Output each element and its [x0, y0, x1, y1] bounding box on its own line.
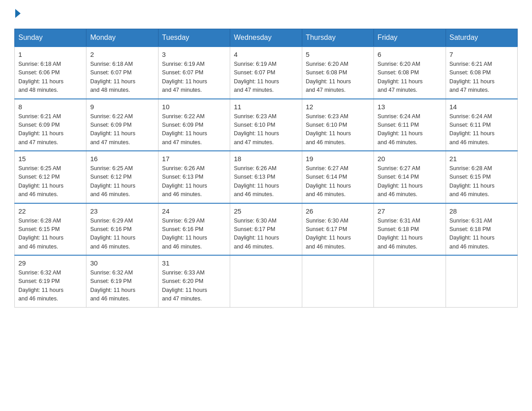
- day-info: Sunrise: 6:31 AM Sunset: 6:18 PM Dayligh…: [378, 217, 442, 252]
- calendar-day-cell: 3 Sunrise: 6:19 AM Sunset: 6:07 PM Dayli…: [158, 47, 230, 99]
- day-info: Sunrise: 6:28 AM Sunset: 6:15 PM Dayligh…: [18, 217, 82, 252]
- calendar-week-row: 15 Sunrise: 6:25 AM Sunset: 6:12 PM Dayl…: [15, 151, 518, 203]
- calendar-header: SundayMondayTuesdayWednesdayThursdayFrid…: [15, 29, 518, 47]
- weekday-header-friday: Friday: [374, 29, 446, 47]
- day-info: Sunrise: 6:21 AM Sunset: 6:08 PM Dayligh…: [450, 60, 514, 95]
- day-info: Sunrise: 6:22 AM Sunset: 6:09 PM Dayligh…: [90, 112, 154, 147]
- day-info: Sunrise: 6:29 AM Sunset: 6:16 PM Dayligh…: [162, 217, 226, 252]
- calendar-week-row: 29 Sunrise: 6:32 AM Sunset: 6:19 PM Dayl…: [15, 255, 518, 307]
- day-number: 23: [90, 207, 154, 215]
- day-info: Sunrise: 6:23 AM Sunset: 6:10 PM Dayligh…: [234, 112, 298, 147]
- day-number: 8: [18, 103, 82, 111]
- calendar-day-cell: 22 Sunrise: 6:28 AM Sunset: 6:15 PM Dayl…: [15, 203, 86, 256]
- day-info: Sunrise: 6:19 AM Sunset: 6:07 PM Dayligh…: [162, 60, 226, 95]
- calendar-day-cell: 16 Sunrise: 6:25 AM Sunset: 6:12 PM Dayl…: [86, 151, 158, 203]
- day-number: 14: [450, 103, 514, 111]
- calendar-day-cell: 21 Sunrise: 6:28 AM Sunset: 6:15 PM Dayl…: [446, 151, 517, 203]
- calendar-day-cell: 7 Sunrise: 6:21 AM Sunset: 6:08 PM Dayli…: [446, 47, 517, 99]
- calendar-day-cell: [446, 255, 517, 307]
- day-number: 13: [378, 103, 442, 111]
- day-number: 6: [378, 51, 442, 58]
- calendar-week-row: 1 Sunrise: 6:18 AM Sunset: 6:06 PM Dayli…: [15, 47, 518, 99]
- day-info: Sunrise: 6:20 AM Sunset: 6:08 PM Dayligh…: [378, 60, 442, 95]
- day-info: Sunrise: 6:21 AM Sunset: 6:09 PM Dayligh…: [18, 112, 82, 147]
- day-info: Sunrise: 6:20 AM Sunset: 6:08 PM Dayligh…: [306, 60, 370, 95]
- day-info: Sunrise: 6:18 AM Sunset: 6:07 PM Dayligh…: [90, 60, 154, 95]
- calendar-day-cell: 30 Sunrise: 6:32 AM Sunset: 6:19 PM Dayl…: [86, 255, 158, 307]
- day-info: Sunrise: 6:32 AM Sunset: 6:19 PM Dayligh…: [90, 269, 154, 304]
- day-number: 21: [450, 155, 514, 163]
- day-number: 25: [234, 207, 298, 215]
- calendar-day-cell: 18 Sunrise: 6:26 AM Sunset: 6:13 PM Dayl…: [230, 151, 302, 203]
- calendar-day-cell: 8 Sunrise: 6:21 AM Sunset: 6:09 PM Dayli…: [15, 99, 86, 151]
- calendar-day-cell: 13 Sunrise: 6:24 AM Sunset: 6:11 PM Dayl…: [374, 99, 446, 151]
- day-number: 2: [90, 51, 154, 58]
- day-info: Sunrise: 6:24 AM Sunset: 6:11 PM Dayligh…: [450, 112, 514, 147]
- calendar-day-cell: 20 Sunrise: 6:27 AM Sunset: 6:14 PM Dayl…: [374, 151, 446, 203]
- day-info: Sunrise: 6:27 AM Sunset: 6:14 PM Dayligh…: [306, 164, 370, 199]
- day-info: Sunrise: 6:28 AM Sunset: 6:15 PM Dayligh…: [450, 164, 514, 199]
- calendar-day-cell: 2 Sunrise: 6:18 AM Sunset: 6:07 PM Dayli…: [86, 47, 158, 99]
- calendar-day-cell: 14 Sunrise: 6:24 AM Sunset: 6:11 PM Dayl…: [446, 99, 517, 151]
- calendar-day-cell: 27 Sunrise: 6:31 AM Sunset: 6:18 PM Dayl…: [374, 203, 446, 256]
- day-number: 28: [450, 207, 514, 215]
- day-number: 10: [162, 103, 226, 111]
- day-number: 3: [162, 51, 226, 58]
- day-info: Sunrise: 6:31 AM Sunset: 6:18 PM Dayligh…: [450, 217, 514, 252]
- day-info: Sunrise: 6:18 AM Sunset: 6:06 PM Dayligh…: [18, 60, 82, 95]
- day-number: 31: [162, 259, 226, 267]
- calendar-day-cell: 10 Sunrise: 6:22 AM Sunset: 6:09 PM Dayl…: [158, 99, 230, 151]
- calendar-day-cell: 23 Sunrise: 6:29 AM Sunset: 6:16 PM Dayl…: [86, 203, 158, 256]
- day-number: 15: [18, 155, 82, 163]
- day-number: 1: [18, 51, 82, 58]
- calendar-day-cell: 31 Sunrise: 6:33 AM Sunset: 6:20 PM Dayl…: [158, 255, 230, 307]
- weekday-header-monday: Monday: [86, 29, 158, 47]
- day-info: Sunrise: 6:24 AM Sunset: 6:11 PM Dayligh…: [378, 112, 442, 147]
- calendar-day-cell: 19 Sunrise: 6:27 AM Sunset: 6:14 PM Dayl…: [302, 151, 373, 203]
- calendar-day-cell: 17 Sunrise: 6:26 AM Sunset: 6:13 PM Dayl…: [158, 151, 230, 203]
- day-number: 17: [162, 155, 226, 163]
- calendar-day-cell: 29 Sunrise: 6:32 AM Sunset: 6:19 PM Dayl…: [15, 255, 86, 307]
- day-info: Sunrise: 6:32 AM Sunset: 6:19 PM Dayligh…: [18, 269, 82, 304]
- day-number: 9: [90, 103, 154, 111]
- day-number: 11: [234, 103, 298, 111]
- day-info: Sunrise: 6:25 AM Sunset: 6:12 PM Dayligh…: [18, 164, 82, 199]
- calendar-week-row: 8 Sunrise: 6:21 AM Sunset: 6:09 PM Dayli…: [15, 99, 518, 151]
- calendar-day-cell: 5 Sunrise: 6:20 AM Sunset: 6:08 PM Dayli…: [302, 47, 373, 99]
- day-info: Sunrise: 6:25 AM Sunset: 6:12 PM Dayligh…: [90, 164, 154, 199]
- day-number: 20: [378, 155, 442, 163]
- day-info: Sunrise: 6:33 AM Sunset: 6:20 PM Dayligh…: [162, 269, 226, 304]
- day-number: 30: [90, 259, 154, 267]
- day-number: 16: [90, 155, 154, 163]
- day-number: 24: [162, 207, 226, 215]
- day-info: Sunrise: 6:19 AM Sunset: 6:07 PM Dayligh…: [234, 60, 298, 95]
- day-info: Sunrise: 6:30 AM Sunset: 6:17 PM Dayligh…: [306, 217, 370, 252]
- day-info: Sunrise: 6:26 AM Sunset: 6:13 PM Dayligh…: [162, 164, 226, 199]
- calendar-day-cell: 6 Sunrise: 6:20 AM Sunset: 6:08 PM Dayli…: [374, 47, 446, 99]
- weekday-header-saturday: Saturday: [446, 29, 517, 47]
- calendar-day-cell: [374, 255, 446, 307]
- logo: [14, 11, 21, 18]
- calendar-day-cell: 24 Sunrise: 6:29 AM Sunset: 6:16 PM Dayl…: [158, 203, 230, 256]
- day-info: Sunrise: 6:22 AM Sunset: 6:09 PM Dayligh…: [162, 112, 226, 147]
- calendar-week-row: 22 Sunrise: 6:28 AM Sunset: 6:15 PM Dayl…: [15, 203, 518, 256]
- day-number: 19: [306, 155, 370, 163]
- weekday-header-wednesday: Wednesday: [230, 29, 302, 47]
- day-number: 4: [234, 51, 298, 58]
- calendar-day-cell: 9 Sunrise: 6:22 AM Sunset: 6:09 PM Dayli…: [86, 99, 158, 151]
- day-number: 22: [18, 207, 82, 215]
- calendar-day-cell: 4 Sunrise: 6:19 AM Sunset: 6:07 PM Dayli…: [230, 47, 302, 99]
- day-number: 7: [450, 51, 514, 58]
- calendar-table: SundayMondayTuesdayWednesdayThursdayFrid…: [14, 29, 518, 308]
- weekday-header-tuesday: Tuesday: [158, 29, 230, 47]
- calendar-day-cell: [302, 255, 373, 307]
- calendar-body: 1 Sunrise: 6:18 AM Sunset: 6:06 PM Dayli…: [15, 47, 518, 307]
- calendar-day-cell: 25 Sunrise: 6:30 AM Sunset: 6:17 PM Dayl…: [230, 203, 302, 256]
- day-info: Sunrise: 6:23 AM Sunset: 6:10 PM Dayligh…: [306, 112, 370, 147]
- day-number: 29: [18, 259, 82, 267]
- weekday-header-sunday: Sunday: [15, 29, 86, 47]
- day-info: Sunrise: 6:29 AM Sunset: 6:16 PM Dayligh…: [90, 217, 154, 252]
- calendar-day-cell: 26 Sunrise: 6:30 AM Sunset: 6:17 PM Dayl…: [302, 203, 373, 256]
- calendar-day-cell: 15 Sunrise: 6:25 AM Sunset: 6:12 PM Dayl…: [15, 151, 86, 203]
- calendar-day-cell: 1 Sunrise: 6:18 AM Sunset: 6:06 PM Dayli…: [15, 47, 86, 99]
